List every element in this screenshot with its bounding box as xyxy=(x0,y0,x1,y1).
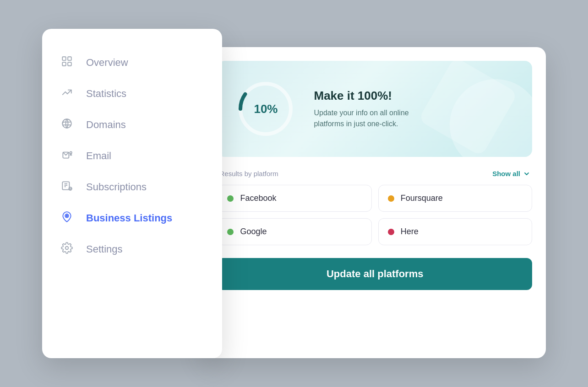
settings-icon xyxy=(60,242,73,257)
svg-rect-0 xyxy=(62,57,66,60)
platform-grid: Facebook Foursquare Google Here xyxy=(218,185,532,245)
sidebar-item-domains[interactable]: Domains xyxy=(56,109,208,140)
sidebar: Overview Statistics xyxy=(42,29,222,358)
svg-rect-11 xyxy=(62,182,69,189)
statistics-icon xyxy=(60,86,73,101)
svg-point-4 xyxy=(62,119,71,128)
overview-icon xyxy=(60,55,73,70)
progress-title: Make it 100%! xyxy=(314,89,433,103)
overview-label: Overview xyxy=(86,57,128,69)
sidebar-item-business-listings[interactable]: Business Listings xyxy=(56,203,208,234)
svg-point-10 xyxy=(70,152,72,154)
progress-circle: 10% xyxy=(236,79,295,139)
progress-description: Update your info on all online platforms… xyxy=(314,108,433,129)
main-panel: 10% Make it 100%! Update your info on al… xyxy=(204,47,546,358)
progress-info: Make it 100%! Update your info on all on… xyxy=(314,89,433,129)
results-label: Results by platform xyxy=(219,170,278,177)
subscriptions-label: Subscriptions xyxy=(86,181,147,193)
email-icon xyxy=(60,149,73,163)
svg-rect-1 xyxy=(68,57,71,60)
business-listings-icon xyxy=(60,211,73,226)
results-header: Results by platform Show all xyxy=(218,170,532,177)
sidebar-item-email[interactable]: Email xyxy=(56,140,208,172)
domains-icon xyxy=(60,118,73,132)
facebook-label: Facebook xyxy=(240,194,276,203)
chevron-down-icon xyxy=(523,170,530,177)
sidebar-item-statistics[interactable]: Statistics xyxy=(56,78,208,109)
svg-point-18 xyxy=(65,247,69,250)
domains-label: Domains xyxy=(86,119,126,131)
show-all-label: Show all xyxy=(492,170,520,177)
google-status-dot xyxy=(227,229,234,235)
svg-rect-3 xyxy=(68,62,71,66)
platform-item-google[interactable]: Google xyxy=(218,218,371,245)
settings-label: Settings xyxy=(86,243,123,255)
business-listings-label: Business Listings xyxy=(86,212,172,224)
statistics-label: Statistics xyxy=(86,88,126,100)
platform-item-here[interactable]: Here xyxy=(378,218,532,245)
platform-item-foursquare[interactable]: Foursquare xyxy=(378,185,532,212)
progress-card: 10% Make it 100%! Update your info on al… xyxy=(218,61,532,157)
here-label: Here xyxy=(401,227,419,236)
facebook-status-dot xyxy=(227,195,234,202)
update-all-platforms-button[interactable]: Update all platforms xyxy=(218,258,532,290)
platform-item-facebook[interactable]: Facebook xyxy=(218,185,371,212)
sidebar-item-subscriptions[interactable]: Subscriptions xyxy=(56,172,208,203)
sidebar-item-settings[interactable]: Settings xyxy=(56,234,208,265)
svg-rect-2 xyxy=(62,62,66,66)
subscriptions-icon xyxy=(60,180,73,194)
show-all-button[interactable]: Show all xyxy=(492,170,530,177)
foursquare-status-dot xyxy=(388,195,394,202)
here-status-dot xyxy=(388,229,394,235)
sidebar-item-overview[interactable]: Overview xyxy=(56,47,208,78)
progress-percentage: 10% xyxy=(254,102,278,116)
email-label: Email xyxy=(86,150,111,162)
foursquare-label: Foursquare xyxy=(401,194,443,203)
google-label: Google xyxy=(240,227,267,236)
svg-point-17 xyxy=(66,215,67,216)
